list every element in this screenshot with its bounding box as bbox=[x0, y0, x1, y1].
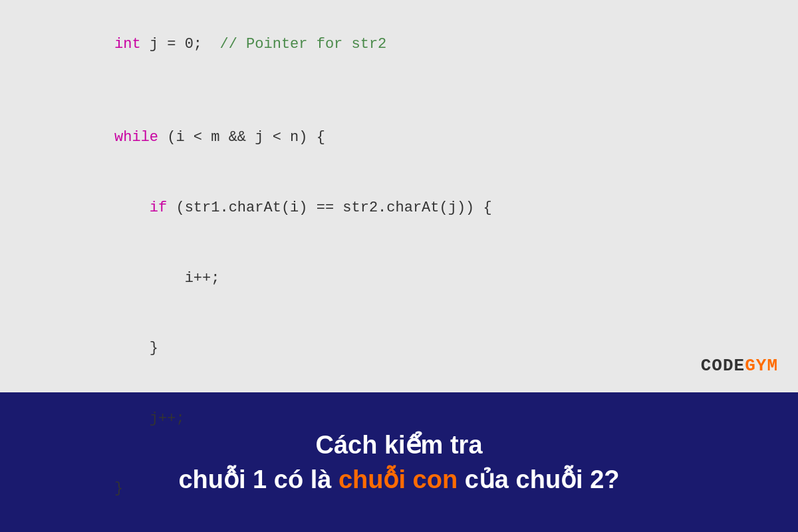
code-line-9: if (str1.charAt(i) == str2.charAt(j)) { bbox=[27, 173, 771, 243]
code-line-5: int i = 0; // Pointer for str1 bbox=[27, 0, 771, 9]
code-line-8: while (i < m && j < n) { bbox=[27, 102, 771, 173]
code-block: public static boolean isSubsequence(Stri… bbox=[27, 0, 771, 532]
code-section: public static boolean isSubsequence(Stri… bbox=[0, 0, 798, 392]
code-line-10: i++; bbox=[27, 243, 771, 313]
code-line-7 bbox=[27, 79, 771, 102]
code-line-11: } bbox=[27, 313, 771, 384]
logo-gym: GYM bbox=[745, 356, 778, 376]
code-line-6: int j = 0; // Pointer for str2 bbox=[27, 9, 771, 80]
codegym-logo: CODEGYM bbox=[701, 356, 778, 376]
code-line-12: j++; bbox=[27, 384, 771, 454]
logo-code: CODE bbox=[701, 356, 745, 376]
code-line-13: } bbox=[27, 454, 771, 524]
code-line-14 bbox=[27, 524, 771, 532]
